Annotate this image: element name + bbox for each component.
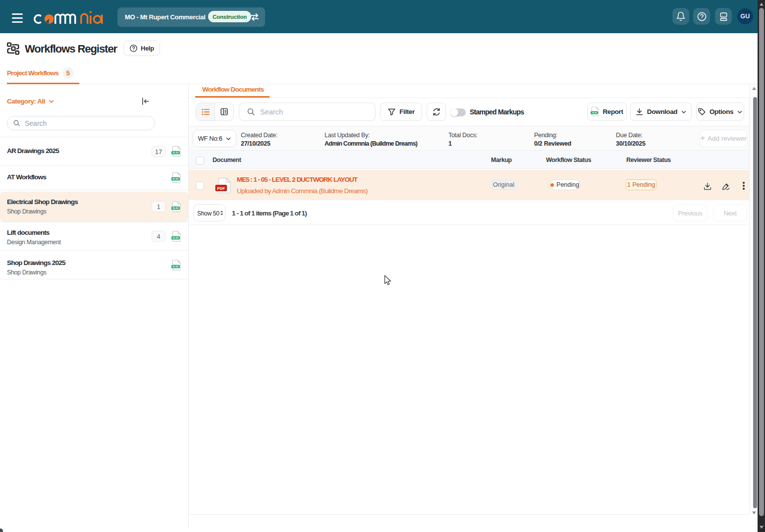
svg-text:PDF: PDF: [217, 186, 225, 191]
